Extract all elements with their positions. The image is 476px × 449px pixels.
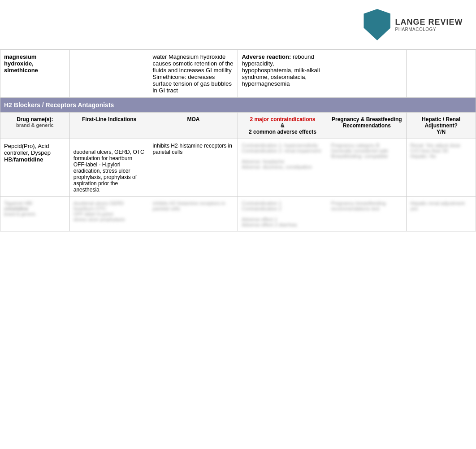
famotidine-row: Pepcid(Pro), Acid controller, Dyspep HB/… xyxy=(0,139,476,197)
blurred-pregnancy: Pregnancy breastfeeding recommendations … xyxy=(327,197,407,231)
famotidine-contraindications-blurred: Contraindication 1: hypersensitivity Con… xyxy=(242,143,323,170)
col-moa: MOA xyxy=(149,113,238,139)
famotidine-moa: inhibits H2-histamine receptors in parie… xyxy=(149,139,238,197)
page-wrapper: LANGE REVIEW PHARMACOLOGY magnesium hydr… xyxy=(0,0,476,231)
famotidine-pregnancy-blurred: Pregnancy category B Generally considere… xyxy=(331,143,402,159)
contraindications-major: 2 major contraindications xyxy=(242,116,323,122)
famotidine-drug-name: Pepcid(Pro), Acid controller, Dyspep HB/… xyxy=(0,139,70,197)
magnesium-pregnancy xyxy=(327,50,407,98)
magnesium-drug-name: magnesium hydroxide, simethicone xyxy=(0,50,70,98)
famotidine-pregnancy: Pregnancy category B Generally considere… xyxy=(327,139,407,197)
logo-shield-icon xyxy=(363,9,390,40)
blurred-hepatic: Hepatic renal adjustment yes xyxy=(407,197,476,231)
main-table: magnesium hydroxide, simethicone water M… xyxy=(0,49,476,231)
famotidine-indications: duodenal ulcers, GERD, OTC formulation f… xyxy=(69,139,149,197)
col-contraindications: 2 major contraindications & 2 common adv… xyxy=(238,113,327,139)
col-drug-name: Drug name(s): brand & generic xyxy=(0,113,70,139)
col-pregnancy: Pregnancy & Breastfeeding Recommendation… xyxy=(327,113,407,139)
logo: LANGE REVIEW PHARMACOLOGY xyxy=(359,4,467,45)
col-first-line: First-Line Indications xyxy=(69,113,149,139)
famotidine-generic: famotidine xyxy=(14,156,43,163)
blurred-pregnancy-text: Pregnancy breastfeeding recommendations … xyxy=(331,201,402,211)
logo-area: LANGE REVIEW PHARMACOLOGY xyxy=(0,0,476,49)
column-headers-row: Drug name(s): brand & generic First-Line… xyxy=(0,113,476,139)
col-hepatic: Hepatic / Renal Adjustment? Y/N xyxy=(407,113,476,139)
section-header-row: H2 Blockers / Receptors Antagonists xyxy=(0,98,476,113)
blurred-hepatic-text: Hepatic renal adjustment yes xyxy=(410,201,472,211)
logo-line2: PHARMACOLOGY xyxy=(395,27,463,32)
blurred-indications: duodenal ulcers GERD heartburn OTC OFF-l… xyxy=(69,197,149,231)
magnesium-adverse: Adverse reaction: rebound hyperacidity, … xyxy=(238,50,327,98)
blurred-contraindications: Contraindication 1 Contraindication 2 Ad… xyxy=(238,197,327,231)
contraindications-label: contraindications xyxy=(270,116,315,122)
section-header: H2 Blockers / Receptors Antagonists xyxy=(0,98,476,113)
famotidine-hepatic: Renal: Yes adjust dose CrCl less than 50… xyxy=(407,139,476,197)
logo-text: LANGE REVIEW PHARMACOLOGY xyxy=(395,17,463,32)
famotidine-contraindications: Contraindication 1: hypersensitivity Con… xyxy=(238,139,327,197)
blurred-row: Tagamet HB/cimetidinebrand & generic duo… xyxy=(0,197,476,231)
magnesium-hepatic xyxy=(407,50,476,98)
blurred-drug: Tagamet HB/cimetidinebrand & generic xyxy=(0,197,70,231)
magnesium-indications xyxy=(69,50,149,98)
blurred-contraindications-text: Contraindication 1 Contraindication 2 Ad… xyxy=(242,201,323,227)
logo-line1: LANGE REVIEW xyxy=(395,17,463,27)
blurred-moa-text: inhibits H2 histamine receptors in parie… xyxy=(153,201,234,211)
blurred-indications-text: duodenal ulcers GERD heartburn OTC OFF-l… xyxy=(74,201,145,222)
blurred-moa: inhibits H2 histamine receptors in parie… xyxy=(149,197,238,231)
magnesium-row: magnesium hydroxide, simethicone water M… xyxy=(0,50,476,98)
blurred-drug-name: Tagamet HB/cimetidinebrand & generic xyxy=(4,201,66,217)
famotidine-hepatic-blurred: Renal: Yes adjust dose CrCl less than 50… xyxy=(410,143,472,159)
magnesium-moa: water Magnesium hydroxide causes osmotic… xyxy=(149,50,238,98)
